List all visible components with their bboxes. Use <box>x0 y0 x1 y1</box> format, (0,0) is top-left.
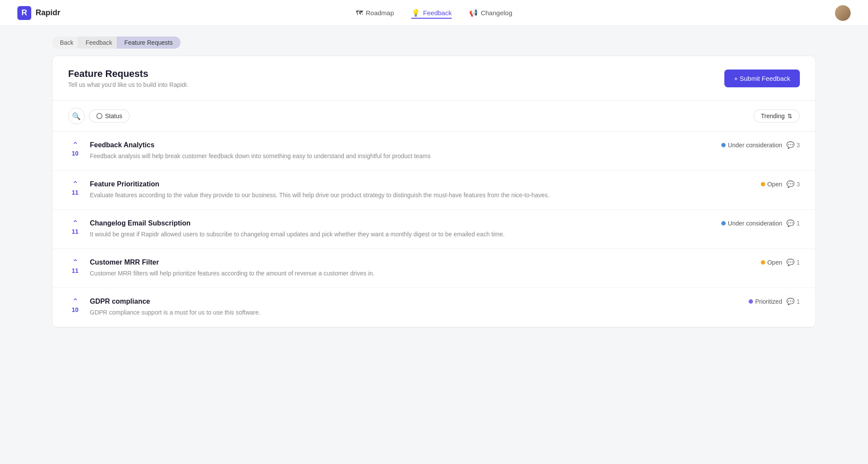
card-title: Feature Requests <box>68 68 188 80</box>
status-filter-label: Status <box>105 113 122 119</box>
nav-roadmap[interactable]: 🗺 Roadmap <box>356 7 394 19</box>
nav-feedback-label: Feedback <box>423 9 452 17</box>
comment-count[interactable]: 💬 1 <box>786 219 800 227</box>
vote-area: ⌃ 10 <box>68 298 82 313</box>
comment-count[interactable]: 💬 1 <box>786 298 800 305</box>
feedback-icon: 💡 <box>411 9 420 17</box>
feedback-title[interactable]: Changelog Email Subscription <box>90 219 713 227</box>
search-button[interactable]: 🔍 <box>68 108 85 124</box>
vote-area: ⌃ 11 <box>68 180 82 196</box>
feedback-description: GDPR compliance support is a must for us… <box>90 308 741 317</box>
feedback-description: Evaluate features according to the value… <box>90 191 753 200</box>
list-item: ⌃ 11 Changelog Email Subscription It wou… <box>53 210 815 249</box>
sort-icon: ⇅ <box>787 113 792 119</box>
nav-feedback[interactable]: 💡 Feedback <box>411 7 452 19</box>
status-circle-icon <box>96 113 102 119</box>
breadcrumb: Back Feedback Feature Requests <box>0 26 868 56</box>
list-item: ⌃ 11 Feature Prioritization Evaluate fea… <box>53 171 815 210</box>
status-dot-icon <box>721 143 726 147</box>
nav-changelog-label: Changelog <box>481 9 513 17</box>
breadcrumb-feedback[interactable]: Feedback <box>78 36 120 49</box>
card-header-text: Feature Requests Tell us what you'd like… <box>68 68 188 88</box>
feedback-meta: Under consideration 💬 1 <box>721 219 800 227</box>
logo-name: Rapidr <box>36 8 60 17</box>
status-label: Open <box>767 259 782 266</box>
comment-number: 1 <box>796 259 800 266</box>
comment-number: 3 <box>796 142 800 149</box>
header: R Rapidr 🗺 Roadmap 💡 Feedback 📢 Changelo… <box>0 0 868 26</box>
comment-icon: 💬 <box>786 298 795 305</box>
status-badge: Open <box>761 181 782 188</box>
status-filter-button[interactable]: Status <box>89 109 130 123</box>
status-badge: Prioritized <box>749 298 782 305</box>
comment-count[interactable]: 💬 1 <box>786 259 800 266</box>
feedback-meta: Prioritized 💬 1 <box>749 298 800 305</box>
breadcrumb-feature-requests[interactable]: Feature Requests <box>117 36 181 49</box>
upvote-button[interactable]: ⌃ <box>72 141 79 149</box>
status-dot-icon <box>749 299 753 304</box>
feedback-meta: Under consideration 💬 3 <box>721 141 800 149</box>
vote-count: 11 <box>72 228 79 235</box>
comment-number: 3 <box>796 181 800 188</box>
nav-changelog[interactable]: 📢 Changelog <box>469 7 513 19</box>
status-badge: Under consideration <box>721 142 782 149</box>
logo-area: R Rapidr <box>17 6 60 20</box>
list-item: ⌃ 10 GDPR compliance GDPR compliance sup… <box>53 288 815 327</box>
comment-number: 1 <box>796 298 800 305</box>
status-badge: Under consideration <box>721 220 782 227</box>
feedback-list: ⌃ 10 Feedback Analytics Feedback analysi… <box>53 132 815 327</box>
feedback-title[interactable]: Customer MRR Filter <box>90 259 753 266</box>
avatar[interactable] <box>835 5 851 21</box>
roadmap-icon: 🗺 <box>356 9 363 17</box>
feedback-description: It would be great if Rapidr allowed user… <box>90 230 713 239</box>
feedback-content: Changelog Email Subscription It would be… <box>90 219 713 239</box>
feedback-description: Customer MRR filters will help prioritiz… <box>90 269 753 278</box>
list-item: ⌃ 10 Feedback Analytics Feedback analysi… <box>53 132 815 171</box>
upvote-button[interactable]: ⌃ <box>72 259 79 266</box>
changelog-icon: 📢 <box>469 9 478 17</box>
feedback-content: Feedback Analytics Feedback analysis wil… <box>90 141 713 161</box>
nav: 🗺 Roadmap 💡 Feedback 📢 Changelog <box>356 7 512 19</box>
comment-icon: 💬 <box>786 180 795 188</box>
status-dot-icon <box>721 221 726 225</box>
vote-count: 11 <box>72 267 79 274</box>
main-card: Feature Requests Tell us what you'd like… <box>52 56 816 328</box>
feedback-title[interactable]: Feature Prioritization <box>90 180 753 188</box>
status-label: Open <box>767 181 782 188</box>
upvote-button[interactable]: ⌃ <box>72 219 79 227</box>
feedback-content: GDPR compliance GDPR compliance support … <box>90 298 741 317</box>
filter-left: 🔍 Status <box>68 108 130 124</box>
status-label: Under consideration <box>728 142 782 149</box>
breadcrumb-back[interactable]: Back <box>52 36 81 49</box>
comment-count[interactable]: 💬 3 <box>786 180 800 188</box>
nav-roadmap-label: Roadmap <box>366 9 394 17</box>
vote-area: ⌃ 11 <box>68 259 82 274</box>
feedback-title[interactable]: GDPR compliance <box>90 298 741 305</box>
list-item: ⌃ 11 Customer MRR Filter Customer MRR fi… <box>53 249 815 288</box>
comment-count[interactable]: 💬 3 <box>786 141 800 149</box>
vote-count: 10 <box>72 306 79 313</box>
vote-area: ⌃ 10 <box>68 141 82 157</box>
search-icon: 🔍 <box>72 112 81 120</box>
feedback-content: Feature Prioritization Evaluate features… <box>90 180 753 200</box>
card-subtitle: Tell us what you'd like us to build into… <box>68 81 188 88</box>
avatar-image <box>835 5 851 21</box>
feedback-title[interactable]: Feedback Analytics <box>90 141 713 149</box>
filter-bar: 🔍 Status Trending ⇅ <box>53 101 815 132</box>
trending-label: Trending <box>761 113 785 119</box>
comment-icon: 💬 <box>786 141 795 149</box>
status-label: Under consideration <box>728 220 782 227</box>
feedback-meta: Open 💬 1 <box>761 259 800 266</box>
vote-count: 10 <box>72 150 79 157</box>
upvote-button[interactable]: ⌃ <box>72 180 79 188</box>
card-header: Feature Requests Tell us what you'd like… <box>53 56 815 101</box>
feedback-content: Customer MRR Filter Customer MRR filters… <box>90 259 753 278</box>
logo-icon: R <box>17 6 31 20</box>
feedback-description: Feedback analysis will help break custom… <box>90 152 713 161</box>
comment-icon: 💬 <box>786 219 795 227</box>
trending-sort-button[interactable]: Trending ⇅ <box>753 109 800 123</box>
upvote-button[interactable]: ⌃ <box>72 298 79 305</box>
comment-icon: 💬 <box>786 259 795 266</box>
submit-feedback-button[interactable]: + Submit Feedback <box>724 70 800 87</box>
vote-count: 11 <box>72 189 79 196</box>
